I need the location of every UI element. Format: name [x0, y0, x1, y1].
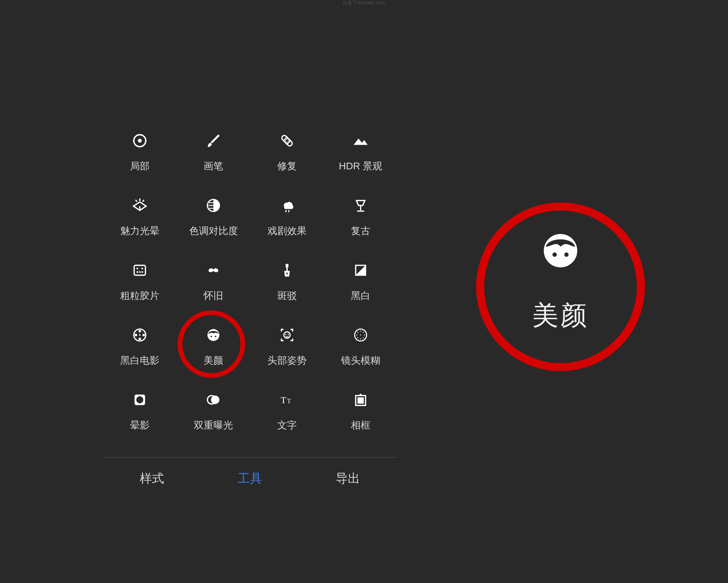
tool-noir[interactable]: 黑白电影	[103, 321, 177, 386]
svg-point-43	[360, 331, 361, 332]
svg-point-5	[288, 140, 289, 142]
tool-tonal[interactable]: 色调对比度	[177, 191, 250, 256]
zoom-callout: 美颜	[476, 202, 645, 371]
tools-grid: 局部 画笔 修复 HDR 景观 魅力光晕	[103, 127, 397, 450]
svg-rect-20	[134, 265, 145, 275]
tool-drama[interactable]: 戏剧效果	[250, 191, 324, 256]
tool-grunge[interactable]: 斑驳	[250, 256, 324, 321]
tool-label: 黑白电影	[120, 354, 159, 367]
svg-point-37	[210, 336, 212, 337]
tool-frames[interactable]: 相框	[324, 386, 397, 450]
aperture-icon	[350, 325, 371, 345]
tool-headpose[interactable]: 头部姿势	[250, 321, 324, 386]
tonal-icon	[203, 195, 224, 216]
svg-text:T: T	[287, 397, 291, 405]
svg-point-62	[564, 252, 569, 257]
face-icon	[203, 325, 224, 345]
landscape-icon	[350, 131, 371, 151]
svg-point-24	[139, 271, 141, 273]
tool-text[interactable]: TT 文字	[250, 386, 324, 450]
tool-vintage[interactable]: 复古	[324, 191, 397, 256]
svg-point-36	[207, 329, 219, 341]
svg-rect-3	[284, 137, 291, 144]
tab-export[interactable]: 导出	[336, 470, 360, 487]
svg-rect-59	[358, 397, 364, 404]
tool-label: HDR 景观	[339, 160, 383, 173]
tool-glamour[interactable]: 魅力光晕	[103, 191, 177, 256]
film-icon	[130, 260, 150, 280]
tab-styles[interactable]: 样式	[140, 470, 164, 487]
tool-label: 美颜	[204, 354, 223, 367]
tool-label: 怀旧	[204, 289, 223, 303]
svg-point-53	[136, 396, 144, 404]
svg-point-51	[360, 335, 361, 336]
divider	[103, 457, 397, 457]
svg-point-21	[136, 268, 138, 269]
target-icon	[130, 131, 150, 151]
svg-point-46	[364, 335, 365, 336]
tool-label: 斑驳	[277, 289, 297, 303]
tool-label: 魅力光晕	[120, 224, 159, 238]
svg-rect-26	[286, 264, 288, 267]
brush-icon	[203, 131, 224, 151]
tool-label: 晕影	[130, 419, 150, 432]
cloud-icon	[277, 195, 297, 216]
svg-point-60	[544, 234, 577, 267]
tool-label: 修复	[277, 160, 297, 173]
tool-vignette[interactable]: 晕影	[103, 386, 177, 450]
tool-portrait[interactable]: 美颜	[177, 321, 250, 386]
tool-label: 局部	[130, 160, 150, 173]
tool-grainy[interactable]: 粗粒胶片	[103, 256, 177, 321]
bw-icon	[350, 260, 371, 280]
frame-icon	[350, 390, 371, 410]
svg-point-25	[141, 271, 143, 273]
svg-point-47	[357, 332, 358, 333]
svg-rect-27	[286, 268, 288, 271]
tab-tools[interactable]: 工具	[238, 470, 262, 487]
svg-point-1	[138, 139, 141, 142]
svg-point-31	[138, 330, 141, 333]
mustache-icon	[203, 260, 224, 280]
tool-bw[interactable]: 黑白	[324, 256, 397, 321]
tool-label: 画笔	[204, 160, 223, 173]
tool-label: 文字	[277, 419, 297, 432]
svg-point-48	[363, 332, 364, 333]
svg-point-35	[139, 334, 141, 336]
tool-lensblur[interactable]: 镜头模糊	[324, 321, 397, 386]
svg-point-22	[141, 268, 143, 269]
tool-healing[interactable]: 修复	[250, 127, 324, 191]
svg-point-34	[142, 334, 145, 336]
svg-point-28	[286, 273, 288, 274]
tool-label: 头部姿势	[267, 354, 307, 367]
tool-label: 戏剧效果	[267, 224, 307, 238]
vignette-icon	[130, 390, 150, 410]
tools-panel: 局部 画笔 修复 HDR 景观 魅力光晕	[103, 127, 397, 487]
tool-label: 双重曝光	[194, 419, 233, 432]
tool-retrolux[interactable]: 怀旧	[177, 256, 250, 321]
tool-hdr[interactable]: HDR 景观	[324, 127, 397, 191]
double-exposure-icon	[203, 390, 224, 410]
bandage-icon	[277, 131, 297, 151]
tool-label: 复古	[351, 224, 370, 238]
tool-brush[interactable]: 画笔	[177, 127, 250, 191]
reel-icon	[130, 325, 150, 345]
svg-point-23	[136, 271, 138, 273]
tool-selective[interactable]: 局部	[103, 127, 177, 191]
svg-point-45	[356, 335, 357, 336]
svg-point-32	[138, 338, 141, 340]
svg-point-6	[285, 140, 286, 142]
glow-icon	[130, 195, 150, 216]
svg-line-17	[288, 210, 289, 212]
svg-point-7	[286, 141, 288, 143]
watermark-text: 分发了fenfale.com	[342, 0, 386, 6]
text-icon: TT	[277, 390, 297, 410]
tool-doubleexp[interactable]: 双重曝光	[177, 386, 250, 450]
svg-point-33	[135, 334, 137, 336]
tool-label: 镜头模糊	[341, 354, 380, 367]
tool-label: 黑白	[351, 289, 370, 303]
svg-line-11	[142, 200, 144, 201]
svg-point-55	[211, 396, 219, 404]
svg-point-50	[363, 337, 364, 338]
svg-point-38	[215, 336, 216, 337]
svg-line-10	[136, 200, 137, 201]
